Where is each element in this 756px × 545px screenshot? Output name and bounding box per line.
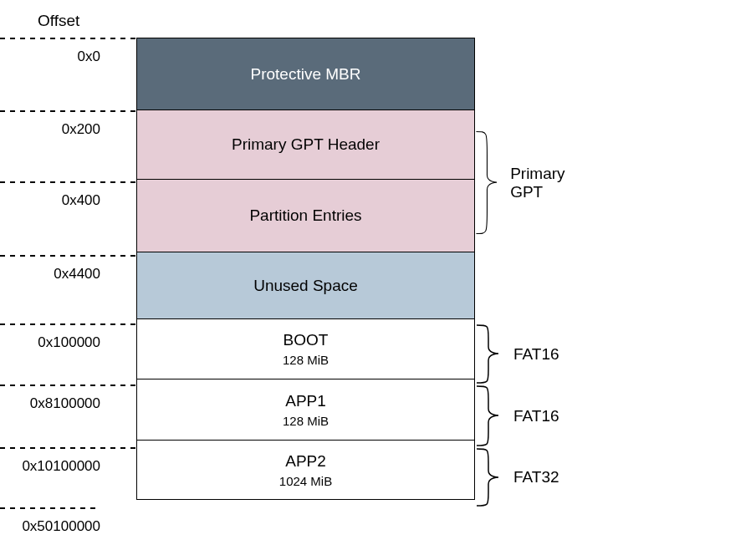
annotation-fat16-app1: FAT16 [475,385,559,447]
offset-guide-line [0,181,136,183]
offset-label: 0x0 [0,48,100,65]
offset-guide-line [0,447,136,449]
brace-icon [475,385,508,447]
annotation-label: Primary GPT [510,165,576,201]
block-subtitle: 128 MiB [283,414,329,428]
block-title: Primary GPT Header [232,135,380,154]
block-partition-entries: Partition Entries [136,179,475,252]
block-unused-space: Unused Space [136,252,475,320]
annotation-label: FAT16 [513,407,559,425]
block-app1: APP1 128 MiB [136,379,475,441]
offset-guide-line [0,110,136,112]
offset-guide-line [0,38,136,39]
block-title: BOOT [284,331,329,349]
memory-layout-diagram: Offset 0x0 0x200 0x400 0x4400 0x100000 0… [0,0,756,545]
block-primary-gpt-header: Primary GPT Header [136,110,475,181]
block-title: APP2 [285,452,326,471]
offset-label: 0x400 [0,192,100,209]
offset-label: 0x8100000 [0,395,100,412]
offset-label: 0x10100000 [0,458,100,475]
block-app2: APP2 1024 MiB [136,440,475,500]
block-title: Protective MBR [251,65,361,84]
block-boot: BOOT 128 MiB [136,318,475,379]
annotation-primary-gpt: Primary GPT [475,110,576,255]
block-title: APP1 [285,392,326,410]
offset-label: 0x200 [0,121,100,138]
offset-guide-line [0,255,136,257]
offset-guide-line [0,323,136,325]
brace-icon [475,323,508,385]
block-subtitle: 128 MiB [283,353,329,367]
brace-icon [475,110,505,255]
partition-blocks: Protective MBR Primary GPT Header Partit… [136,38,475,500]
offset-header: Offset [38,12,79,30]
offset-guide-line [0,507,100,509]
block-title: Unused Space [253,277,358,295]
block-subtitle: 1024 MiB [279,474,332,488]
offset-guide-line [0,385,136,386]
offset-label: 0x50100000 [0,518,100,535]
block-title: Partition Entries [249,206,361,225]
annotation-label: FAT32 [513,468,559,486]
annotation-label: FAT16 [513,345,559,364]
brace-icon [475,447,508,507]
annotation-fat32-app2: FAT32 [475,447,559,507]
offset-label: 0x4400 [0,266,100,283]
offset-label: 0x100000 [0,334,100,351]
block-protective-mbr: Protective MBR [136,38,475,110]
annotation-fat16-boot: FAT16 [475,323,559,385]
